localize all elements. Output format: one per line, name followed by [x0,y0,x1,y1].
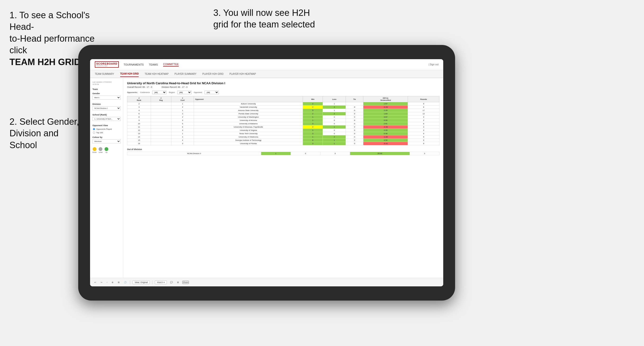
cell-rounds: 17 [408,109,440,112]
grid-button[interactable]: ⊞ [176,281,180,284]
cell-opponent: University of Arizona [194,119,303,122]
tablet-screen: SCOREBOARD Powered by clippi TOURNAMENTS… [90,59,443,286]
share-button[interactable]: Share [182,281,189,284]
legend-level: Level [98,152,103,153]
subnav-team-summary[interactable]: TEAM SUMMARY [95,71,114,77]
cell-rank: 9 [127,119,151,122]
sub-nav: TEAM SUMMARY TEAM H2H GRID TEAM H2H HEAT… [90,70,443,78]
cell-opponent: Vanderbilt University [194,106,303,109]
cell-opponent: Georgia Institute of Technology [194,139,303,142]
cell-rounds: 9 [408,135,440,139]
logo: SCOREBOARD Powered by clippi [95,61,119,68]
undo-button[interactable]: ↩ [94,281,97,284]
sign-out-link[interactable]: | Sign out [428,63,438,66]
cell-reg [151,106,171,109]
cell-tie: 0 [346,119,363,122]
cell-diff: -2.29 [363,106,408,109]
dot-up [104,147,108,151]
filter-opponents-label: Opponents: [127,91,138,93]
cell-tie [346,102,363,106]
school-label: School (Rank) [92,114,121,116]
colour-select[interactable]: Win/loss [92,139,121,143]
division-select[interactable]: NCAA Division I NCAA Division II [92,106,121,110]
redo-button[interactable]: ↪ [100,281,103,284]
nav-teams[interactable]: TEAMS [149,63,158,66]
cell-win: 3 [303,132,323,135]
cell-opponent: University of Oklahoma [194,135,303,139]
cell-rounds: 8 [408,122,440,125]
filter-region-select[interactable]: (All) [177,91,192,94]
opponent-view-label: Opponent View [92,124,121,127]
subnav-player-h2h-grid[interactable]: PLAYER H2H GRID [202,71,224,77]
grid-area: University of North Carolina Head-to-Hea… [123,78,443,278]
subnav-player-h2h-heatmap[interactable]: PLAYER H2H HEATMAP [230,71,256,77]
nav-committee[interactable]: COMMITTEE [163,63,179,66]
col-rank: #Rank [127,96,151,102]
subnav-team-h2h-heatmap[interactable]: TEAM H2H HEATMAP [144,71,168,77]
cell-win: 0 [303,106,323,109]
filter-conference-select[interactable]: (All) [152,91,166,94]
division-record: Division Record: 88 - 17 - 0 [162,86,188,88]
cell-rounds: 9 [408,139,440,142]
table-row: 16 3 University of Florida 3 1 0 -6.42 9 [127,142,440,145]
col-diff: Diff AvStrokes/Rnd [363,96,408,102]
cell-diff: -4.33 [363,125,408,129]
cell-opponent: Arizona State University [194,109,303,112]
col-win: Win [303,96,323,102]
gender-select[interactable]: Men's Women's [92,96,121,100]
filter-opponent-label: Opponent [194,91,202,93]
cell-tie: 0 [346,125,363,129]
cell-loss: 4 [323,106,346,109]
dot-down [93,147,96,151]
filter-button[interactable]: ⊞ [117,281,121,284]
clock-button[interactable]: 🕐 [123,281,128,284]
cell-reg [151,132,171,135]
radio-top100[interactable]: Top 100 [92,131,121,134]
cell-tie: 0 [346,142,363,145]
forward-button[interactable]: ⊕ [111,281,114,284]
cell-win: 2 [303,102,323,106]
filter-region-label: Region [169,91,175,93]
table-row: 10 5 University of Alabama 3 0 0 2.61 8 [127,122,440,125]
cell-win: 1 [303,129,323,132]
cell-opponent: Texas Tech University [194,132,303,135]
overall-record: Overall Record: 89 - 17 - 0 [127,86,152,88]
cell-conf: 1 [171,109,194,112]
out-division-label: Out of division [127,148,440,151]
cell-loss: 0 [323,122,346,125]
back-button[interactable]: ‹ [106,281,108,284]
cell-rank: 10 [127,122,151,125]
cell-conf: 3 [171,129,194,132]
filter-opponent-select[interactable]: (All) [204,91,219,94]
cell-reg [151,116,171,119]
cell-reg [151,109,171,112]
out-division-diff: 26.00 [350,152,410,155]
subnav-player-summary[interactable]: PLAYER SUMMARY [174,71,196,77]
divider-2 [152,280,152,284]
radio-group: Opponents Played Top 100 [92,128,121,134]
comment-button[interactable]: 💬 [169,281,174,284]
view-original-button[interactable]: View: Original [132,280,150,284]
watch-button[interactable]: Watch ▾ [155,280,167,284]
cell-diff: 3.67 [363,116,408,119]
col-reg: #Reg [151,96,171,102]
nav-tournaments[interactable]: TOURNAMENTS [124,63,144,66]
divider-1 [130,280,130,284]
col-rounds: Rounds [408,96,440,102]
cell-opponent: University of Arkansas, Fayetteville [194,125,303,129]
table-row: 15 4 Georgia Institute of Technology 6 1… [127,139,440,142]
table-row: 2 1 Auburn University 2 1 1.67 9 [127,102,440,106]
subnav-team-h2h-grid[interactable]: TEAM H2H GRID [120,71,139,77]
radio-opponents-played[interactable]: Opponents Played [92,128,121,131]
cell-conf: 2 [171,112,194,116]
cell-diff: 1.67 [363,102,408,106]
cell-diff: 2.33 [363,129,408,132]
cell-rank: 2 [127,102,151,106]
tablet-frame: SCOREBOARD Powered by clippi TOURNAMENTS… [78,45,455,301]
cell-win: 1 [303,116,323,119]
cell-tie: 0 [346,139,363,142]
cell-reg [151,112,171,116]
table-row: 12 3 University of Virginia 1 0 0 2.33 3 [127,129,440,132]
cell-tie: 0 [346,129,363,132]
school-select[interactable]: 1. University of Nort... [92,117,121,121]
